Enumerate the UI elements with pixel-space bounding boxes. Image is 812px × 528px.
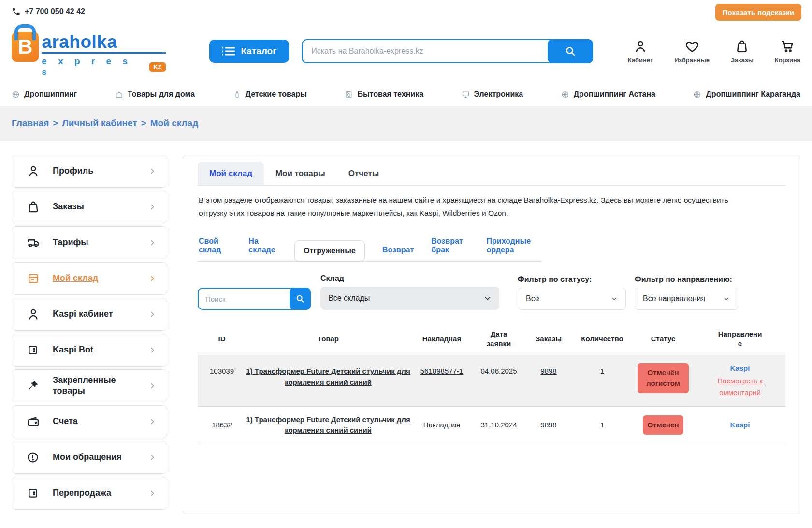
phone-link[interactable]: +7 700 050 42 42	[12, 7, 800, 16]
tab-reports[interactable]: Отчеты	[337, 162, 391, 185]
category-nav: Дропшиппинг Товары для дома Детские това…	[0, 84, 812, 106]
tab-my-goods[interactable]: Мои товары	[264, 162, 337, 185]
catalog-button[interactable]: Каталог	[209, 40, 290, 63]
sidebar-item-profile[interactable]: Профиль	[12, 155, 167, 188]
chevron-right-icon	[148, 275, 156, 282]
subtab-own-warehouse[interactable]: Свой склад	[199, 232, 231, 261]
breadcrumb-cabinet[interactable]: Личный кабинет	[62, 118, 137, 129]
subtab-in-stock[interactable]: На складе	[248, 232, 277, 261]
search-icon	[565, 45, 576, 57]
logo-kz-badge: KZ	[149, 62, 165, 72]
search-bar	[302, 39, 593, 63]
header-actions: Кабинет Избранные Заказы Корзина	[628, 39, 800, 64]
sidebar-item-label: Счета	[53, 416, 137, 427]
heart-icon	[685, 39, 699, 54]
col-orders: Заказы	[524, 334, 573, 344]
nav-item-dropshipping-astana[interactable]: Дропшиппинг Астана	[561, 90, 655, 99]
search-button[interactable]	[548, 39, 593, 63]
sidebar-item-orders[interactable]: Заказы	[12, 191, 167, 223]
chevron-right-icon	[148, 489, 156, 497]
nav-item-dropshipping[interactable]: Дропшиппинг	[12, 90, 77, 99]
status-filter-group: Фильтр по статусу: Все	[518, 275, 626, 310]
invoice-link[interactable]: 561898577-1	[420, 367, 463, 375]
sidebar-item-kaspi-cabinet[interactable]: Kaspi кабинет	[12, 298, 167, 331]
sidebar-item-label: Мой склад	[53, 273, 137, 284]
order-link[interactable]: 9898	[540, 367, 556, 375]
chevron-down-icon	[611, 295, 618, 302]
main-area: Профиль Заказы Тарифы Мой склад Kaspi ка…	[0, 141, 812, 524]
table-search-button[interactable]	[290, 288, 311, 310]
show-hints-button[interactable]: Показать подсказки	[715, 4, 801, 21]
tab-my-warehouse[interactable]: Мой склад	[198, 162, 264, 185]
product-link[interactable]: 1) Трансформер Future Детский стульчик д…	[246, 367, 410, 386]
direction-select[interactable]: Все направления	[635, 288, 738, 310]
order-link[interactable]: 9898	[540, 421, 556, 429]
breadcrumb-home[interactable]: Главная	[12, 118, 49, 129]
product-link[interactable]: 1) Трансформер Future Детский стульчик д…	[246, 415, 410, 435]
status-select[interactable]: Все	[518, 288, 626, 310]
sidebar-item-label: Профиль	[53, 166, 137, 176]
direction-filter-label: Фильтр по направлению:	[635, 275, 738, 284]
status-badge: Отменен	[643, 415, 684, 435]
status-filter-label: Фильтр по статусу:	[518, 275, 626, 284]
invoice-link[interactable]: Накладная	[423, 421, 461, 429]
logo-name: araholka	[42, 33, 165, 54]
sidebar-item-kaspi-bot[interactable]: Kaspi Bot	[12, 334, 167, 367]
nav-item-dropshipping-karaganda[interactable]: Дропшиппинг Караганда	[693, 90, 800, 99]
view-comment-link[interactable]: Посмотреть комментарий	[717, 375, 763, 398]
breadcrumb: Главная > Личный кабинет > Мой склад	[12, 118, 800, 129]
panel-tabs: Мой склад Мои товары Отчеты	[198, 162, 785, 186]
subtab-shipped[interactable]: Отгруженные	[294, 240, 365, 262]
cabinet-label: Кабинет	[628, 57, 653, 64]
bag-icon	[735, 39, 749, 54]
nav-label: Детские товары	[246, 90, 307, 99]
cell-quantity: 1	[573, 363, 632, 377]
subtab-return[interactable]: Возврат	[382, 241, 414, 261]
chevron-right-icon	[148, 310, 156, 318]
truck-icon	[27, 236, 41, 249]
subtab-return-defect[interactable]: Возврат брак	[431, 232, 469, 261]
site-logo[interactable]: B araholka e x p r e s s KZ	[12, 25, 166, 77]
warehouse-filter-group: Склад Все склады	[320, 274, 499, 310]
table-header-row: ID Товар Накладная Дата заявки Заказы Ко…	[198, 324, 785, 355]
breadcrumb-band: Главная > Личный кабинет > Мой склад	[0, 106, 812, 141]
cell-id: 18632	[198, 420, 246, 431]
user-icon	[633, 39, 648, 54]
nav-item-electronics[interactable]: Электроника	[462, 90, 523, 99]
sidebar-item-invoices[interactable]: Счета	[12, 405, 167, 438]
wallet-icon	[27, 415, 41, 428]
sidebar-item-label: Заказы	[53, 202, 137, 212]
table-row: 18632 1) Трансформер Future Детский стул…	[198, 406, 785, 444]
sidebar-item-tariffs[interactable]: Тарифы	[12, 226, 167, 259]
monitor-icon	[462, 90, 470, 99]
subtab-receipt-orders[interactable]: Приходные ордера	[487, 232, 541, 261]
nav-item-home-goods[interactable]: Товары для дома	[115, 90, 195, 99]
col-invoice: Накладная	[410, 334, 473, 344]
cart-button[interactable]: Корзина	[775, 39, 800, 64]
kaspi-direction-link[interactable]: Kaspi	[730, 420, 750, 431]
sidebar-item-label: Перепродажа	[53, 488, 137, 499]
sidebar-item-pinned-goods[interactable]: Закрепленные товары	[12, 369, 167, 402]
nav-item-appliances[interactable]: Бытовая техника	[345, 90, 423, 99]
chevron-right-icon	[148, 454, 156, 461]
filters-row: Склад Все склады Фильтр по статусу: Все …	[198, 274, 785, 310]
favorites-label: Избранные	[674, 57, 710, 64]
section-description: В этом разделе отображаются товары, зака…	[199, 193, 740, 220]
list-icon	[222, 46, 235, 57]
warehouse-subtabs: Свой склад На складе Отгруженные Возврат…	[198, 230, 542, 262]
breadcrumb-separator: >	[141, 118, 146, 129]
bottle-icon	[233, 90, 241, 99]
sidebar-item-my-requests[interactable]: Мои обращения	[12, 441, 167, 474]
sidebar-item-resale[interactable]: Перепродажа	[12, 477, 167, 510]
globe-icon	[561, 90, 569, 99]
kaspi-direction-link[interactable]: Kaspi	[730, 363, 750, 374]
catalog-button-label: Каталог	[241, 46, 277, 57]
sidebar-item-my-warehouse[interactable]: Мой склад	[12, 262, 167, 295]
warehouse-select[interactable]: Все склады	[320, 287, 499, 310]
favorites-button[interactable]: Избранные	[674, 39, 710, 64]
col-direction: Направление	[717, 329, 763, 348]
nav-item-kids[interactable]: Детские товары	[233, 90, 307, 99]
orders-button[interactable]: Заказы	[731, 39, 754, 64]
cabinet-button[interactable]: Кабинет	[628, 39, 653, 64]
sidebar: Профиль Заказы Тарифы Мой склад Kaspi ка…	[12, 155, 167, 510]
